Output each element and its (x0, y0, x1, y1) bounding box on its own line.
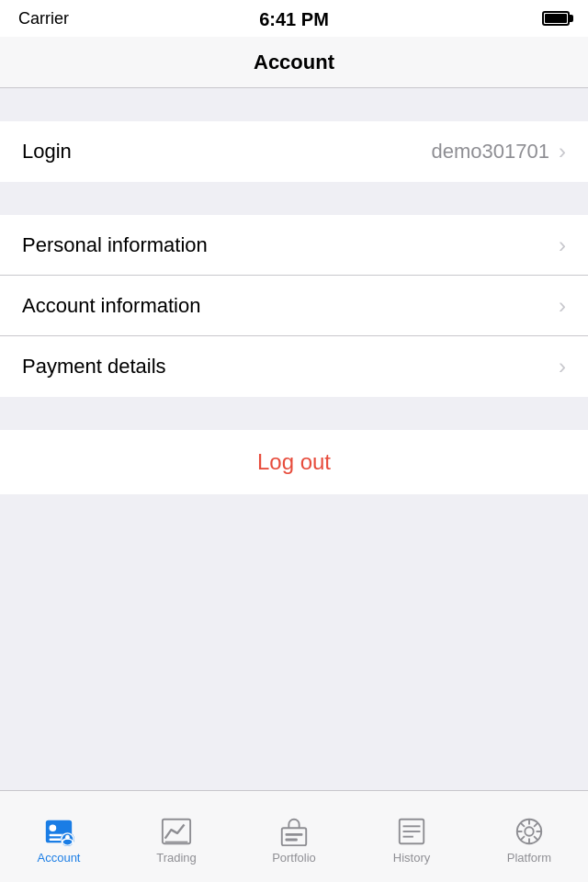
logout-section: Log out (0, 430, 588, 494)
status-time: 6:41 PM (259, 9, 329, 30)
carrier-text: Carrier (18, 9, 69, 28)
tab-account[interactable]: Account (0, 791, 118, 882)
login-row[interactable]: Login demo301701 › (0, 121, 588, 182)
payment-details-row[interactable]: Payment details › (0, 336, 588, 397)
svg-line-24 (534, 836, 537, 840)
svg-rect-4 (50, 839, 62, 841)
payment-details-label: Payment details (22, 355, 166, 379)
login-value: demo301701 (432, 140, 549, 164)
tab-bar: Account Trading Portfolio (0, 790, 588, 882)
page-title: Account (254, 51, 334, 74)
svg-rect-10 (282, 828, 306, 845)
history-tab-label: History (393, 851, 430, 865)
navigation-bar: Account (0, 37, 588, 88)
login-section: Login demo301701 › (0, 121, 588, 182)
account-information-row[interactable]: Account information › (0, 276, 588, 336)
tab-history[interactable]: History (353, 791, 470, 882)
chevron-right-icon: › (559, 293, 566, 319)
carrier-wifi: Carrier (18, 9, 76, 28)
history-tab-icon (396, 816, 427, 847)
section-gap-top (0, 88, 588, 121)
portfolio-tab-icon (278, 816, 310, 847)
login-value-group: demo301701 › (432, 139, 566, 164)
svg-point-18 (525, 827, 533, 835)
platform-tab-icon (514, 816, 545, 847)
platform-tab-label: Platform (507, 851, 551, 865)
svg-rect-11 (286, 833, 303, 836)
personal-information-label: Personal information (22, 233, 208, 257)
battery-icon (542, 11, 570, 26)
tab-portfolio[interactable]: Portfolio (235, 791, 353, 882)
chevron-right-icon: › (559, 139, 566, 164)
section-gap-after-menu (0, 397, 588, 430)
svg-line-23 (521, 823, 525, 827)
personal-information-row[interactable]: Personal information › (0, 215, 588, 276)
logout-button[interactable]: Log out (257, 449, 331, 475)
chevron-right-icon: › (559, 232, 566, 258)
section-gap-middle (0, 182, 588, 215)
trading-tab-icon (161, 816, 192, 847)
trading-tab-label: Trading (156, 851, 197, 865)
menu-list: Personal information › Account informati… (0, 215, 588, 397)
svg-line-26 (521, 836, 525, 840)
svg-rect-12 (286, 839, 298, 842)
svg-line-25 (534, 823, 537, 827)
account-tab-icon (43, 816, 74, 847)
section-gap-below-logout (0, 494, 588, 527)
tab-trading[interactable]: Trading (118, 791, 235, 882)
status-bar: Carrier 6:41 PM (0, 0, 588, 37)
account-information-label: Account information (22, 294, 200, 318)
portfolio-tab-label: Portfolio (272, 851, 316, 865)
tab-platform[interactable]: Platform (470, 791, 588, 882)
account-tab-label: Account (38, 851, 81, 865)
svg-rect-2 (50, 824, 57, 831)
chevron-right-icon: › (559, 354, 566, 379)
login-label: Login (22, 140, 72, 164)
